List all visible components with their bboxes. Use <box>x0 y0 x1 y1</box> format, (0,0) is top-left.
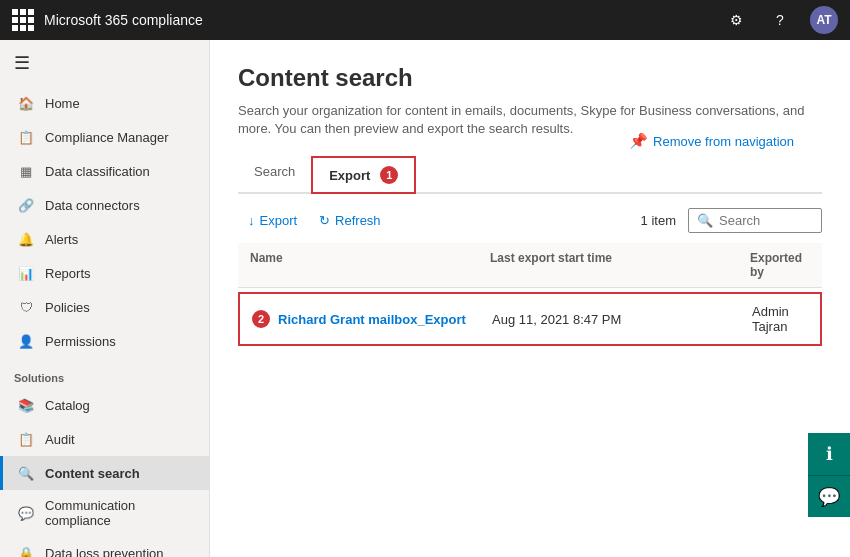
row-name-cell: 2 Richard Grant mailbox_Export <box>252 310 492 328</box>
bell-icon: 🔔 <box>17 230 35 248</box>
remove-from-navigation-button[interactable]: 📌 Remove from navigation <box>629 132 794 150</box>
sidebar-item-compliance-manager[interactable]: 📋 Compliance Manager <box>0 120 209 154</box>
sidebar-item-data-connectors[interactable]: 🔗 Data connectors <box>0 188 209 222</box>
step-2-badge: 2 <box>252 310 270 328</box>
tab-export[interactable]: Export 1 <box>311 156 416 194</box>
clipboard-icon: 📋 <box>17 128 35 146</box>
policy-icon: 🛡 <box>17 298 35 316</box>
person-icon: 👤 <box>17 332 35 350</box>
hamburger-button[interactable]: ☰ <box>0 40 209 86</box>
sidebar-item-home[interactable]: 🏠 Home <box>0 86 209 120</box>
settings-icon[interactable]: ⚙ <box>722 6 750 34</box>
sidebar-item-communication-compliance[interactable]: 💬 Communication compliance <box>0 490 209 536</box>
help-icon[interactable]: ? <box>766 6 794 34</box>
sidebar-item-alerts[interactable]: 🔔 Alerts <box>0 222 209 256</box>
item-count: 1 item <box>641 213 676 228</box>
sidebar: ☰ 🏠 Home 📋 Compliance Manager ▦ Data cla… <box>0 40 210 557</box>
home-icon: 🏠 <box>17 94 35 112</box>
refresh-icon: ↻ <box>319 213 330 228</box>
row-exported-by-cell: Admin Tajran <box>752 304 808 334</box>
export-icon: ↓ <box>248 213 255 228</box>
dlp-icon: 🔒 <box>17 544 35 557</box>
col-exported-by: Exported by <box>750 251 810 279</box>
chart-icon: 📊 <box>17 264 35 282</box>
grid-icon: ▦ <box>17 162 35 180</box>
sidebar-item-data-classification[interactable]: ▦ Data classification <box>0 154 209 188</box>
topbar: Microsoft 365 compliance ⚙ ? AT <box>0 0 850 40</box>
main-content-area: Content search 📌 Remove from navigation … <box>210 40 850 557</box>
table-row[interactable]: 2 Richard Grant mailbox_Export Aug 11, 2… <box>238 292 822 346</box>
export-button[interactable]: ↓ Export <box>238 208 307 233</box>
step-1-badge: 1 <box>380 166 398 184</box>
row-last-export-cell: Aug 11, 2021 8:47 PM <box>492 312 752 327</box>
info-float-button[interactable]: ℹ <box>808 433 850 475</box>
layout: ☰ 🏠 Home 📋 Compliance Manager ▦ Data cla… <box>0 40 850 557</box>
connect-icon: 🔗 <box>17 196 35 214</box>
table-header: Name Last export start time Exported by <box>238 243 822 288</box>
audit-icon: 📋 <box>17 430 35 448</box>
search-input-icon: 🔍 <box>697 213 713 228</box>
sidebar-item-permissions[interactable]: 👤 Permissions <box>0 324 209 358</box>
topbar-icons: ⚙ ? AT <box>722 6 838 34</box>
sidebar-item-dlp[interactable]: 🔒 Data loss prevention <box>0 536 209 557</box>
floating-buttons: ℹ 💬 <box>808 433 850 517</box>
search-box: 🔍 <box>688 208 822 233</box>
waffle-menu[interactable] <box>12 9 34 31</box>
sidebar-item-policies[interactable]: 🛡 Policies <box>0 290 209 324</box>
solutions-section-label: Solutions <box>0 358 209 388</box>
catalog-icon: 📚 <box>17 396 35 414</box>
sidebar-item-catalog[interactable]: 📚 Catalog <box>0 388 209 422</box>
col-last-export: Last export start time <box>490 251 750 279</box>
avatar[interactable]: AT <box>810 6 838 34</box>
chat-float-button[interactable]: 💬 <box>808 475 850 517</box>
main-content: Content search 📌 Remove from navigation … <box>210 40 850 557</box>
sidebar-item-audit[interactable]: 📋 Audit <box>0 422 209 456</box>
app-title: Microsoft 365 compliance <box>44 12 712 28</box>
tab-search[interactable]: Search <box>238 156 311 194</box>
main-header: Content search 📌 Remove from navigation <box>238 64 822 102</box>
search-input[interactable] <box>719 213 813 228</box>
comm-icon: 💬 <box>17 504 35 522</box>
page-title: Content search <box>238 64 413 92</box>
sidebar-item-content-search[interactable]: 🔍 Content search <box>0 456 209 490</box>
sidebar-item-reports[interactable]: 📊 Reports <box>0 256 209 290</box>
col-name: Name <box>250 251 490 279</box>
tabs: Search Export 1 <box>238 156 822 194</box>
toolbar: ↓ Export ↻ Refresh 1 item 🔍 <box>238 208 822 233</box>
search-icon: 🔍 <box>17 464 35 482</box>
refresh-button[interactable]: ↻ Refresh <box>309 208 391 233</box>
pin-icon: 📌 <box>629 132 648 150</box>
